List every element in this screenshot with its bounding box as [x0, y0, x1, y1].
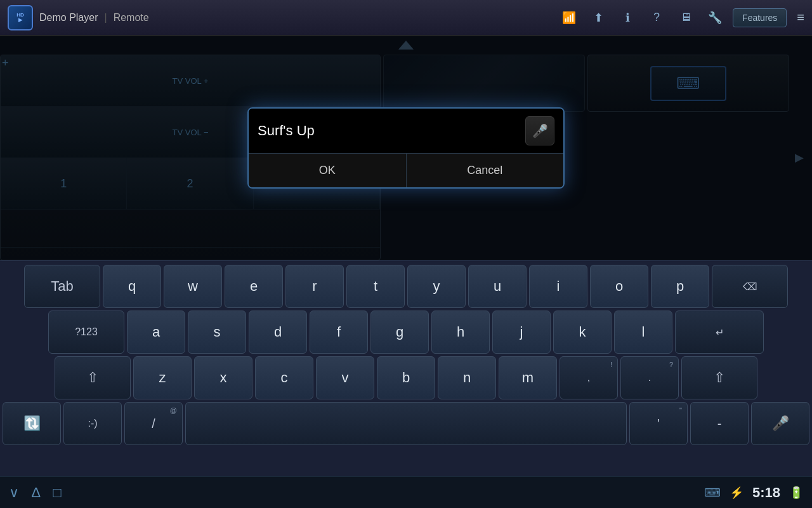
features-button[interactable]: Features: [733, 8, 787, 27]
keyboard-row-3: ⇧ z x c v b n m ,! .? ⇧: [3, 356, 809, 399]
tools-icon[interactable]: 🔧: [704, 6, 726, 29]
shift-right-key[interactable]: ⇧: [681, 356, 757, 399]
key-o[interactable]: o: [590, 265, 648, 308]
key-r[interactable]: r: [285, 265, 344, 308]
recents-nav-button[interactable]: □: [53, 485, 61, 501]
info-icon[interactable]: ℹ: [616, 6, 639, 29]
smiley-key[interactable]: :-): [63, 402, 122, 445]
title-separator: |: [104, 12, 107, 23]
bottom-right-area: ⌨ ⚡ 5:18 🔋: [704, 485, 803, 501]
signal-status-icon: ⚡: [730, 486, 743, 500]
key-b[interactable]: b: [377, 356, 435, 399]
dialog-buttons: OK Cancel: [249, 154, 563, 187]
keyboard-area: Tab q w e r t y u i o p ⌫ ?123 a s d f g…: [0, 260, 812, 508]
mic-button[interactable]: 🎤: [525, 116, 554, 145]
help-icon[interactable]: ?: [645, 6, 668, 29]
keyboard-row-1: Tab q w e r t y u i o p ⌫: [3, 265, 809, 308]
key-l[interactable]: l: [614, 311, 672, 354]
ok-button[interactable]: OK: [249, 154, 407, 187]
key-u[interactable]: u: [468, 265, 527, 308]
key-d[interactable]: d: [249, 311, 307, 354]
main-content: + TV VOL + TV VOL − 1 2 3: [0, 36, 812, 260]
slash-key[interactable]: /@: [124, 402, 183, 445]
dash-key[interactable]: -: [690, 402, 749, 445]
key-comma[interactable]: ,!: [560, 356, 618, 399]
backspace-key[interactable]: ⌫: [712, 265, 788, 308]
keyboard-row-2: ?123 a s d f g h j k l ↵: [3, 311, 809, 354]
time-display: 5:18: [752, 485, 780, 501]
key-f[interactable]: f: [310, 311, 368, 354]
keyboard-mic-key[interactable]: 🎤: [751, 402, 809, 445]
key-y[interactable]: y: [407, 265, 466, 308]
keyboard-row-4: 🔃 :-) /@ '" - 🎤: [3, 402, 809, 445]
topbar: HD▶ Demo Player | Remote 📶 ⬆ ℹ ? 🖥 🔧 Fea…: [0, 0, 812, 36]
back-nav-button[interactable]: ∨: [9, 485, 19, 501]
num-symbol-key[interactable]: ?123: [48, 311, 124, 354]
battery-icon: 🔋: [789, 486, 803, 500]
search-input[interactable]: [258, 123, 525, 139]
key-q[interactable]: q: [103, 265, 161, 308]
key-a[interactable]: a: [127, 311, 185, 354]
key-c[interactable]: c: [255, 356, 313, 399]
shift-left-key[interactable]: ⇧: [55, 356, 131, 399]
upload-icon[interactable]: ⬆: [587, 6, 610, 29]
key-t[interactable]: t: [346, 265, 405, 308]
space-key[interactable]: [185, 402, 627, 445]
bottom-bar: ∨ ∆ □ ⌨ ⚡ 5:18 🔋: [0, 476, 812, 508]
key-w[interactable]: w: [164, 265, 222, 308]
key-i[interactable]: i: [529, 265, 587, 308]
apostrophe-key[interactable]: '": [629, 402, 688, 445]
key-s[interactable]: s: [188, 311, 246, 354]
dialog-input-row: 🎤: [249, 109, 563, 154]
home-nav-button[interactable]: ∆: [32, 485, 40, 501]
app-icon: HD▶: [8, 5, 33, 30]
key-k[interactable]: k: [553, 311, 612, 354]
menu-icon[interactable]: ≡: [797, 10, 804, 25]
key-period[interactable]: .?: [620, 356, 679, 399]
wifi-icon[interactable]: 📶: [558, 6, 580, 29]
page-title: Remote: [114, 12, 149, 23]
key-z[interactable]: z: [133, 356, 192, 399]
key-v[interactable]: v: [316, 356, 374, 399]
key-e[interactable]: e: [225, 265, 283, 308]
dialog-overlay: 🎤 OK Cancel: [0, 36, 812, 260]
cancel-button[interactable]: Cancel: [407, 154, 564, 187]
tab-key[interactable]: Tab: [24, 265, 100, 308]
key-n[interactable]: n: [438, 356, 496, 399]
enter-key[interactable]: ↵: [675, 311, 764, 354]
key-p[interactable]: p: [651, 265, 709, 308]
monitor-icon[interactable]: 🖥: [674, 6, 697, 29]
key-x[interactable]: x: [194, 356, 252, 399]
keyboard-status-icon[interactable]: ⌨: [704, 486, 721, 500]
app-title: Demo Player: [39, 12, 98, 23]
key-g[interactable]: g: [370, 311, 429, 354]
key-h[interactable]: h: [431, 311, 490, 354]
dialog: 🎤 OK Cancel: [247, 107, 565, 189]
key-m[interactable]: m: [499, 356, 557, 399]
emoji-key[interactable]: 🔃: [3, 402, 61, 445]
key-j[interactable]: j: [492, 311, 551, 354]
